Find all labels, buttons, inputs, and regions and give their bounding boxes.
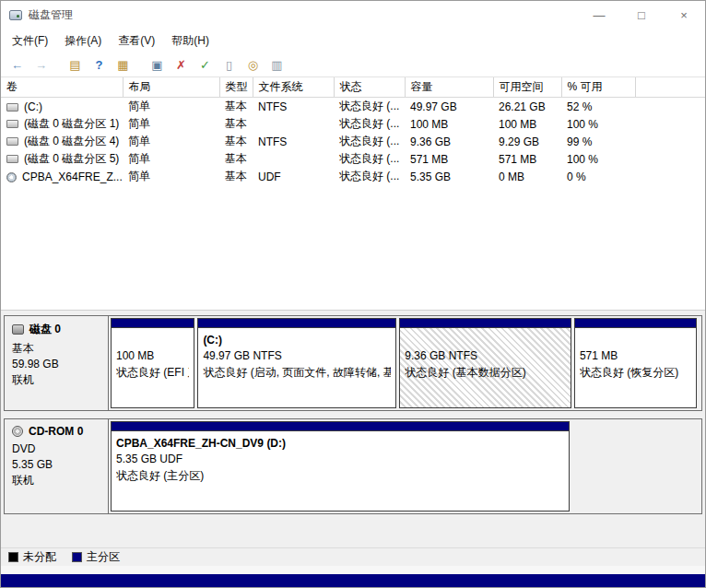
column-header[interactable]: 卷 xyxy=(1,77,123,98)
disk-row-disk0: 磁盘 0 基本 59.98 GB 联机 100 MB 状态良好 (EFI 系 xyxy=(4,315,702,411)
help-icon[interactable]: ? xyxy=(89,55,109,75)
partition-status: 状态良好 (EFI 系 xyxy=(116,365,189,381)
menu-bar: 文件(F) 操作(A) 查看(V) 帮助(H) xyxy=(1,29,705,53)
document-icon[interactable]: ▯ xyxy=(219,55,239,75)
column-header[interactable]: % 可用 xyxy=(561,77,635,98)
cell-capacity: 49.97 GB xyxy=(405,98,493,116)
partition-title xyxy=(580,334,692,349)
column-header[interactable]: 状态 xyxy=(334,77,405,98)
legend-swatch xyxy=(72,552,82,562)
column-header[interactable]: 布局 xyxy=(123,77,219,98)
export-list-icon[interactable]: ▦ xyxy=(113,55,133,75)
volume-row[interactable]: (磁盘 0 磁盘分区 4) 简单 基本 NTFS 状态良好 (... 9.36 … xyxy=(1,133,705,150)
cdrom0-partition-area: CPBA_X64FRE_ZH-CN_DV9 (D:) 5.35 GB UDF 状… xyxy=(109,419,701,513)
column-header[interactable]: 容量 xyxy=(405,77,493,98)
cdrom0-name-row: CD-ROM 0 xyxy=(12,425,100,438)
cell-layout: 简单 xyxy=(123,115,219,133)
cdrom0-info[interactable]: CD-ROM 0 DVD 5.35 GB 联机 xyxy=(5,419,109,513)
close-button[interactable]: × xyxy=(663,1,705,29)
cell-volume: (磁盘 0 磁盘分区 1) xyxy=(1,115,123,133)
volume-row[interactable]: CPBA_X64FRE_Z... 简单 基本 UDF 状态良好 (... 5.3… xyxy=(1,168,705,185)
partition-title xyxy=(116,334,189,349)
cell-percent-free: 0 % xyxy=(561,168,635,185)
partition-block[interactable]: 100 MB 状态良好 (EFI 系 xyxy=(111,318,194,408)
volume-row[interactable]: (磁盘 0 磁盘分区 1) 简单 基本 状态良好 (... 100 MB 100… xyxy=(1,115,705,133)
view-options-icon[interactable]: ▥ xyxy=(267,55,287,75)
partition-status: 状态良好 (主分区) xyxy=(116,468,564,484)
cell-capacity: 571 MB xyxy=(405,150,493,168)
partition-title xyxy=(405,334,566,349)
cell-capacity: 100 MB xyxy=(405,115,493,133)
column-header[interactable] xyxy=(635,77,705,98)
menu-item-action[interactable]: 操作(A) xyxy=(56,29,110,53)
cell-free-space: 9.29 GB xyxy=(493,133,561,150)
console-window-icon[interactable]: ▣ xyxy=(147,55,167,75)
legend-bar: 未分配 主分区 xyxy=(1,547,705,566)
partition-body: 9.36 GB NTFS 状态良好 (基本数据分区) xyxy=(400,328,571,407)
cdrom0-size: 5.35 GB xyxy=(12,457,100,473)
disk0-size: 59.98 GB xyxy=(12,357,100,372)
bottom-spacer xyxy=(1,566,705,574)
graphical-view: 磁盘 0 基本 59.98 GB 联机 100 MB 状态良好 (EFI 系 xyxy=(1,310,705,547)
cell-free-space: 0 MB xyxy=(493,168,561,185)
cell-type: 基本 xyxy=(219,98,253,116)
maximize-button[interactable]: □ xyxy=(620,1,663,29)
partition-status: 状态良好 (启动, 页面文件, 故障转储, 基 xyxy=(203,365,391,381)
back-icon[interactable]: ← xyxy=(7,55,27,75)
column-header[interactable]: 类型 xyxy=(219,77,253,98)
menu-item-help[interactable]: 帮助(H) xyxy=(163,29,218,53)
minimize-button[interactable]: — xyxy=(578,1,620,29)
forward-icon[interactable]: → xyxy=(31,55,51,75)
console-tree-icon[interactable]: ▤ xyxy=(65,55,85,75)
volume-name: CPBA_X64FRE_Z... xyxy=(22,171,123,183)
cell-filler xyxy=(635,133,705,150)
volume-row[interactable]: (C:) 简单 基本 NTFS 状态良好 (... 49.97 GB 26.21… xyxy=(1,98,705,116)
cell-layout: 简单 xyxy=(123,98,219,116)
disk-management-icon xyxy=(9,10,22,20)
volume-list: (C:) 简单 基本 NTFS 状态良好 (... 49.97 GB 26.21… xyxy=(1,98,705,186)
cd-drive-icon xyxy=(12,426,23,437)
disk0-info[interactable]: 磁盘 0 基本 59.98 GB 联机 xyxy=(5,316,109,410)
cell-status: 状态良好 (... xyxy=(334,115,405,133)
partition-body: CPBA_X64FRE_ZH-CN_DV9 (D:) 5.35 GB UDF 状… xyxy=(112,431,569,511)
partition-block[interactable]: 571 MB 状态良好 (恢复分区) xyxy=(574,318,698,408)
partition-block[interactable]: CPBA_X64FRE_ZH-CN_DV9 (D:) 5.35 GB UDF 状… xyxy=(111,421,570,512)
disk0-status: 联机 xyxy=(12,372,100,388)
menu-item-view[interactable]: 查看(V) xyxy=(110,29,163,53)
legend-item: 主分区 xyxy=(72,549,120,565)
window-controls: — □ × xyxy=(578,1,705,29)
partition-type-strip xyxy=(112,422,569,431)
partition-type-strip xyxy=(400,319,571,328)
volume-icon xyxy=(6,103,18,112)
cell-percent-free: 100 % xyxy=(561,115,635,133)
cell-volume: CPBA_X64FRE_Z... xyxy=(1,168,123,185)
menu-item-file[interactable]: 文件(F) xyxy=(4,29,56,53)
disk-icon xyxy=(12,324,24,335)
partition-block[interactable]: (C:) 49.97 GB NTFS 状态良好 (启动, 页面文件, 故障转储,… xyxy=(197,318,396,408)
cell-capacity: 5.35 GB xyxy=(405,168,493,185)
cell-type: 基本 xyxy=(219,115,253,133)
cell-filler xyxy=(635,168,705,185)
mark-partition-active-icon[interactable]: ✓ xyxy=(195,55,215,75)
cdrom0-name: CD-ROM 0 xyxy=(29,425,83,438)
partition-type-strip xyxy=(112,319,194,328)
cell-volume: (磁盘 0 磁盘分区 5) xyxy=(1,150,123,168)
column-header[interactable]: 可用空间 xyxy=(493,77,561,98)
volume-icon xyxy=(6,155,18,163)
partition-block[interactable]: 9.36 GB NTFS 状态良好 (基本数据分区) xyxy=(399,318,571,408)
volume-name: (磁盘 0 磁盘分区 1) xyxy=(24,117,119,130)
volume-row[interactable]: (磁盘 0 磁盘分区 5) 简单 基本 状态良好 (... 571 MB 571… xyxy=(1,150,705,168)
cell-status: 状态良好 (... xyxy=(334,150,405,168)
cell-type: 基本 xyxy=(219,133,253,150)
delete-volume-icon[interactable]: ✗ xyxy=(171,55,191,75)
column-header[interactable]: 文件系统 xyxy=(253,77,334,98)
cell-filesystem: UDF xyxy=(253,168,334,185)
explore-icon[interactable]: ◎ xyxy=(243,55,263,75)
cell-volume: (C:) xyxy=(1,98,123,116)
partition-status: 状态良好 (恢复分区) xyxy=(580,365,692,381)
partition-body: 571 MB 状态良好 (恢复分区) xyxy=(575,328,697,407)
legend-label: 主分区 xyxy=(87,549,120,565)
partition-status: 状态良好 (基本数据分区) xyxy=(405,365,566,381)
cell-filesystem xyxy=(253,115,334,133)
cell-filesystem xyxy=(253,150,334,168)
